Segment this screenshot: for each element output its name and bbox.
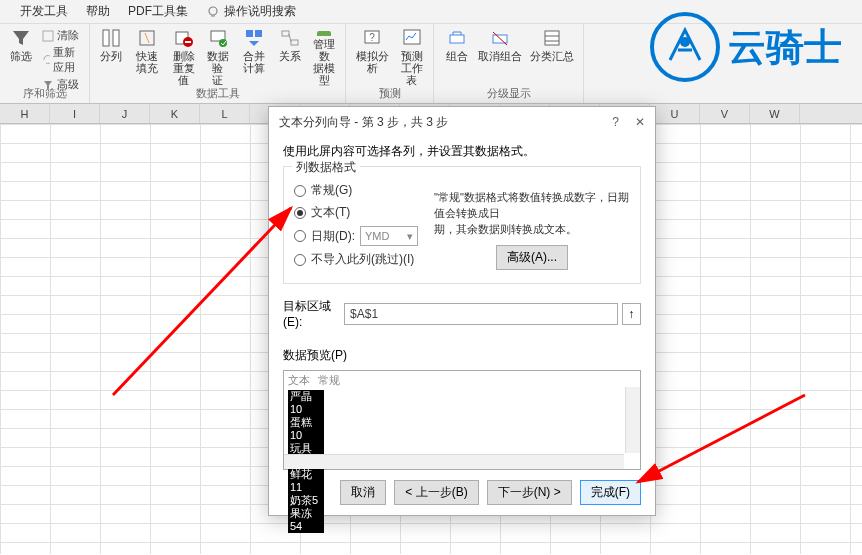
consolidate-button[interactable]: 合并计算: [239, 28, 270, 86]
svg-rect-23: [545, 31, 559, 45]
data-preview[interactable]: 文本 常规 严晶10蛋糕10玩具10鲜花11奶茶5果冻54: [283, 370, 641, 470]
svg-rect-3: [103, 30, 109, 46]
tab-devtools[interactable]: 开发工具: [20, 3, 68, 20]
text-to-col-icon: [101, 28, 121, 48]
svg-line-15: [289, 34, 291, 42]
svg-text:?: ?: [369, 32, 375, 43]
reapply-button[interactable]: 重新应用: [42, 45, 81, 75]
svg-point-10: [219, 39, 227, 47]
remove-dup-icon: [174, 28, 194, 48]
ribbon-group-label: 序和筛选: [0, 86, 89, 101]
radio-icon: [294, 207, 306, 219]
forecast-icon: [402, 28, 422, 48]
flash-fill-button[interactable]: 快速填充: [132, 28, 163, 86]
whatif-icon: ?: [362, 28, 382, 48]
radio-skip[interactable]: 不导入此列(跳过)(I): [294, 251, 422, 268]
help-button[interactable]: ?: [612, 115, 619, 129]
ungroup-button[interactable]: 取消组合: [478, 28, 522, 86]
tab-pdf[interactable]: PDF工具集: [128, 3, 188, 20]
svg-rect-12: [255, 30, 262, 37]
whatif-button[interactable]: ?模拟分析: [354, 28, 390, 86]
relations-button[interactable]: 关系: [277, 28, 303, 86]
scrollbar-horizontal[interactable]: [284, 454, 624, 469]
data-model-button[interactable]: 管理数据模型: [311, 28, 337, 86]
ungroup-icon: [490, 28, 510, 48]
ribbon-group-label: 数据工具: [90, 86, 345, 101]
column-header[interactable]: K: [150, 104, 200, 123]
svg-rect-4: [113, 30, 119, 46]
radio-date[interactable]: 日期(D): YMD▾: [294, 226, 422, 246]
group-button[interactable]: 组合: [444, 28, 470, 86]
data-validation-button[interactable]: 数据验证: [205, 28, 231, 86]
clear-icon: [42, 30, 54, 42]
subtotal-icon: [542, 28, 562, 48]
preview-col-header: 常规: [318, 373, 340, 388]
close-icon[interactable]: ✕: [635, 115, 645, 129]
radio-icon: [294, 230, 306, 242]
radio-icon: [294, 254, 306, 266]
format-description: 期，其余数据则转换成文本。: [434, 221, 630, 237]
target-label: 目标区域(E):: [283, 298, 344, 329]
column-header[interactable]: J: [100, 104, 150, 123]
range-selector-icon[interactable]: ↑: [622, 303, 641, 325]
watermark-logo-icon: [648, 10, 722, 84]
svg-rect-14: [291, 40, 298, 45]
column-header[interactable]: I: [50, 104, 100, 123]
preview-label: 数据预览(P): [283, 347, 641, 364]
flash-fill-icon: [137, 28, 157, 48]
subtotal-button[interactable]: 分类汇总: [530, 28, 574, 86]
svg-rect-2: [43, 31, 53, 41]
groupbox-title: 列数据格式: [292, 159, 360, 176]
svg-rect-11: [246, 30, 253, 37]
funnel-icon: [11, 28, 31, 48]
filter-button[interactable]: 筛选: [8, 28, 34, 86]
data-model-icon: [314, 28, 334, 36]
scrollbar-vertical[interactable]: [625, 387, 640, 453]
preview-col-header: 文本: [288, 373, 316, 388]
clear-button[interactable]: 清除: [42, 28, 79, 43]
svg-point-27: [680, 37, 690, 47]
dialog-titlebar: 文本分列向导 - 第 3 步，共 3 步 ? ✕: [269, 107, 655, 137]
advanced-button[interactable]: 高级(A)...: [496, 245, 568, 270]
text-to-columns-wizard-dialog: 文本分列向导 - 第 3 步，共 3 步 ? ✕ 使用此屏内容可选择各列，并设置…: [268, 106, 656, 516]
ribbon-group-label: 分级显示: [434, 86, 583, 101]
radio-text[interactable]: 文本(T): [294, 204, 422, 221]
column-header[interactable]: L: [200, 104, 250, 123]
svg-point-0: [209, 7, 217, 15]
instruction-text: 使用此屏内容可选择各列，并设置其数据格式。: [283, 143, 641, 160]
svg-rect-19: [404, 30, 420, 44]
consolidate-icon: [244, 28, 264, 48]
radio-general[interactable]: 常规(G): [294, 182, 422, 199]
reapply-icon: [42, 54, 50, 66]
group-icon: [447, 28, 467, 48]
column-header[interactable]: U: [650, 104, 700, 123]
remove-duplicates-button[interactable]: 删除重复值: [171, 28, 197, 86]
svg-rect-13: [282, 31, 289, 36]
column-header[interactable]: V: [700, 104, 750, 123]
target-range-input[interactable]: $A$1: [344, 303, 618, 325]
validation-icon: [208, 28, 228, 48]
tab-help[interactable]: 帮助: [86, 3, 110, 20]
column-data-format-group: 列数据格式 常规(G) 文本(T) 日期(D): YMD▾ 不导入此列(跳过)(…: [283, 166, 641, 284]
format-description: "常规"数据格式将数值转换成数字，日期值会转换成日: [434, 189, 630, 221]
svg-rect-16: [317, 31, 331, 36]
text-to-columns-button[interactable]: 分列: [98, 28, 124, 86]
watermark-text: 云骑士: [728, 22, 842, 73]
chevron-down-icon: ▾: [407, 230, 413, 243]
lightbulb-icon: [206, 5, 220, 19]
ribbon-group-label: 预测: [346, 86, 433, 101]
watermark: 云骑士: [648, 10, 842, 84]
tell-me-search[interactable]: 操作说明搜索: [206, 3, 296, 20]
column-header[interactable]: W: [750, 104, 800, 123]
svg-rect-20: [450, 35, 464, 43]
dialog-title-text: 文本分列向导 - 第 3 步，共 3 步: [279, 114, 448, 131]
column-header[interactable]: H: [0, 104, 50, 123]
radio-icon: [294, 185, 306, 197]
date-format-select[interactable]: YMD▾: [360, 226, 418, 246]
relations-icon: [280, 28, 300, 48]
forecast-sheet-button[interactable]: 预测工作表: [398, 28, 425, 86]
